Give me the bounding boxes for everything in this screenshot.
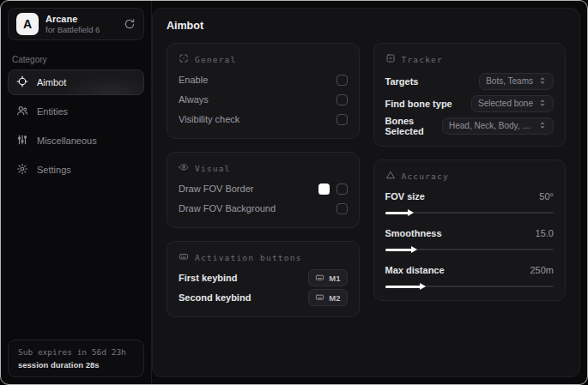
setting-label: Visibility check: [179, 114, 239, 124]
card-title: Tracker: [402, 55, 443, 64]
page-title: Aimbot: [167, 20, 566, 32]
sidebar-item-label: Settings: [37, 165, 71, 175]
card-title: Activation buttons: [195, 253, 302, 262]
card-title: Visual: [195, 164, 231, 173]
setting-row: Targets Bots, Teams: [385, 70, 555, 92]
always-checkbox[interactable]: [336, 94, 348, 105]
dropdown-value: Bots, Teams: [486, 76, 533, 86]
setting-label: Draw FOV Background: [179, 203, 276, 214]
setting-label: Find bone type: [385, 99, 452, 109]
keybind-value: M2: [329, 293, 340, 303]
setting-label: Bones Selected: [385, 116, 443, 136]
slider-thumb[interactable]: [411, 246, 417, 253]
fov-border-color-swatch[interactable]: [318, 183, 330, 195]
users-icon: [16, 105, 28, 118]
sub-expiry-text: Sub expires in 56d 23h: [18, 347, 134, 357]
gear-icon: [16, 163, 28, 177]
crosshair-icon: [16, 75, 28, 89]
setting-row: Find bone type Selected bone: [385, 93, 555, 114]
smoothness-slider[interactable]: [385, 245, 555, 254]
main-panel: Aimbot General: [152, 8, 580, 377]
sidebar-item-miscellaneous[interactable]: Miscellaneous: [8, 128, 144, 153]
keyboard-icon: [179, 251, 189, 263]
scan-icon: [385, 53, 396, 65]
fov-size-setting: FOV size 50°: [385, 187, 555, 217]
setting-row: First keybind M1: [179, 268, 348, 287]
keyboard-icon: [315, 292, 324, 304]
sidebar-item-settings[interactable]: Settings: [8, 157, 144, 183]
dropdown-value: Head, Neck, Body, Pe..: [449, 121, 533, 130]
sidebar-item-label: Entities: [37, 106, 68, 117]
right-column: Tracker Targets Bots, Teams: [373, 43, 567, 301]
slider-thumb[interactable]: [420, 283, 426, 290]
targets-dropdown[interactable]: Bots, Teams: [479, 73, 554, 90]
category-label: Category: [12, 55, 140, 64]
setting-label: Targets: [385, 76, 419, 87]
focus-icon: [179, 53, 189, 65]
slider-fill: [385, 286, 421, 288]
smoothness-setting: Smoothness 15.0: [385, 224, 555, 254]
sidebar-item-aimbot[interactable]: Aimbot: [8, 69, 144, 95]
app-logo: A: [16, 13, 39, 35]
sidebar-item-label: Aimbot: [37, 77, 66, 87]
setting-label: Smoothness: [385, 228, 442, 238]
setting-row: Enable: [179, 70, 348, 89]
slider-thumb[interactable]: [408, 209, 414, 216]
sidebar-nav: Aimbot Entities Miscellaneous: [1, 69, 151, 183]
chevron-updown-icon: [538, 76, 547, 87]
setting-row: Always: [179, 90, 348, 109]
triangle-icon: [385, 170, 396, 182]
setting-label: Draw FOV Border: [179, 183, 253, 194]
draw-fov-background-checkbox[interactable]: [336, 203, 348, 214]
find-bone-type-dropdown[interactable]: Selected bone: [471, 95, 554, 112]
accuracy-card: Accuracy FOV size 50°: [373, 159, 567, 301]
second-keybind-button[interactable]: M2: [308, 289, 347, 306]
max-distance-setting: Max distance 250m: [385, 261, 555, 291]
draw-fov-border-checkbox[interactable]: [336, 183, 348, 195]
keyboard-icon: [315, 273, 324, 284]
sidebar-item-entities[interactable]: Entities: [8, 99, 144, 124]
setting-label: FOV size: [385, 191, 425, 202]
enable-checkbox[interactable]: [336, 75, 348, 86]
sidebar: A Arcane for Battlefield 6 Category Aimb…: [1, 1, 152, 384]
max-distance-value: 250m: [530, 265, 554, 275]
chevron-updown-icon: [538, 99, 547, 109]
app-title-block: Arcane for Battlefield 6: [45, 14, 100, 34]
visibility-check-checkbox[interactable]: [336, 114, 348, 125]
app-window: A Arcane for Battlefield 6 Category Aimb…: [0, 0, 588, 385]
setting-label: Max distance: [385, 265, 445, 275]
card-title: General: [195, 55, 236, 64]
smoothness-value: 15.0: [536, 228, 554, 238]
max-distance-slider[interactable]: [385, 282, 555, 291]
app-name: Arcane: [45, 14, 100, 24]
first-keybind-button[interactable]: M1: [308, 269, 347, 286]
sync-icon[interactable]: [124, 18, 136, 30]
setting-label: First keybind: [179, 273, 237, 283]
eye-icon: [179, 162, 189, 174]
slider-fill: [385, 212, 409, 214]
setting-row: Bones Selected Head, Neck, Body, Pe..: [385, 115, 555, 136]
sidebar-header: A Arcane for Battlefield 6: [8, 8, 144, 40]
session-duration-text: session duration 28s: [18, 360, 134, 370]
sliders-icon: [16, 134, 28, 147]
left-column: General Enable Always Visibility check: [167, 43, 360, 317]
app-subtitle: for Battlefield 6: [45, 25, 100, 34]
slider-fill: [385, 249, 412, 251]
tracker-card: Tracker Targets Bots, Teams: [373, 43, 567, 147]
setting-label: Second keybind: [179, 292, 251, 303]
subscription-info-box: Sub expires in 56d 23h session duration …: [8, 340, 144, 377]
setting-label: Always: [179, 94, 209, 105]
chevron-updown-icon: [538, 121, 547, 131]
setting-row: Second keybind M2: [179, 288, 348, 307]
setting-row: Draw FOV Background: [179, 199, 348, 218]
visual-card: Visual Draw FOV Border Draw FOV Backgrou…: [167, 152, 360, 228]
keybind-value: M1: [329, 274, 340, 283]
sidebar-item-label: Miscellaneous: [37, 135, 97, 146]
setting-label: Enable: [179, 75, 208, 85]
card-title: Accuracy: [402, 171, 449, 181]
fov-size-slider[interactable]: [385, 208, 555, 217]
general-card: General Enable Always Visibility check: [167, 43, 360, 139]
fov-size-value: 50°: [539, 191, 554, 202]
bones-selected-dropdown[interactable]: Head, Neck, Body, Pe..: [442, 117, 554, 135]
activation-buttons-card: Activation buttons First keybind M1: [167, 241, 360, 317]
